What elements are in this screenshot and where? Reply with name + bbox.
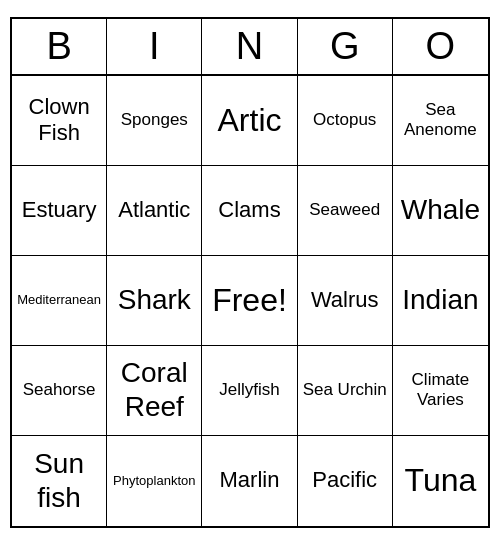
- bingo-cell-1-2: Clams: [202, 166, 297, 256]
- cell-text: Pacific: [312, 467, 377, 493]
- bingo-cell-2-1: Shark: [107, 256, 202, 346]
- cell-text: Walrus: [311, 287, 379, 313]
- bingo-card: BINGO Clown FishSpongesArticOctopusSea A…: [10, 17, 490, 528]
- bingo-cell-2-4: Indian: [393, 256, 488, 346]
- bingo-cell-2-3: Walrus: [298, 256, 393, 346]
- bingo-grid: Clown FishSpongesArticOctopusSea Anenome…: [12, 76, 488, 526]
- header-letter: B: [12, 19, 107, 74]
- header-letter: N: [202, 19, 297, 74]
- cell-text: Seahorse: [23, 380, 96, 400]
- cell-text: Sea Urchin: [303, 380, 387, 400]
- bingo-cell-1-3: Seaweed: [298, 166, 393, 256]
- header-letter: O: [393, 19, 488, 74]
- bingo-cell-4-1: Phytoplankton: [107, 436, 202, 526]
- bingo-cell-4-3: Pacific: [298, 436, 393, 526]
- bingo-header: BINGO: [12, 19, 488, 76]
- bingo-cell-3-1: Coral Reef: [107, 346, 202, 436]
- bingo-cell-3-3: Sea Urchin: [298, 346, 393, 436]
- cell-text: Artic: [217, 101, 281, 139]
- cell-text: Shark: [118, 283, 191, 317]
- bingo-cell-0-4: Sea Anenome: [393, 76, 488, 166]
- cell-text: Whale: [401, 193, 480, 227]
- bingo-cell-3-2: Jellyfish: [202, 346, 297, 436]
- cell-text: Sea Anenome: [397, 100, 484, 141]
- cell-text: Clams: [218, 197, 280, 223]
- bingo-cell-3-4: Climate Varies: [393, 346, 488, 436]
- bingo-cell-0-3: Octopus: [298, 76, 393, 166]
- cell-text: Jellyfish: [219, 380, 279, 400]
- bingo-cell-1-4: Whale: [393, 166, 488, 256]
- cell-text: Indian: [402, 283, 478, 317]
- cell-text: Marlin: [220, 467, 280, 493]
- header-letter: G: [298, 19, 393, 74]
- bingo-cell-4-2: Marlin: [202, 436, 297, 526]
- bingo-cell-1-0: Estuary: [12, 166, 107, 256]
- bingo-cell-1-1: Atlantic: [107, 166, 202, 256]
- cell-text: Seaweed: [309, 200, 380, 220]
- cell-text: Octopus: [313, 110, 376, 130]
- bingo-cell-4-4: Tuna: [393, 436, 488, 526]
- header-letter: I: [107, 19, 202, 74]
- cell-text: Climate Varies: [397, 370, 484, 411]
- cell-text: Tuna: [405, 461, 477, 499]
- bingo-cell-2-2: Free!: [202, 256, 297, 346]
- cell-text: Phytoplankton: [113, 473, 195, 489]
- bingo-cell-4-0: Sun fish: [12, 436, 107, 526]
- bingo-cell-0-0: Clown Fish: [12, 76, 107, 166]
- cell-text: Mediterranean: [17, 292, 101, 308]
- cell-text: Estuary: [22, 197, 97, 223]
- bingo-cell-3-0: Seahorse: [12, 346, 107, 436]
- cell-text: Coral Reef: [111, 356, 197, 423]
- cell-text: Atlantic: [118, 197, 190, 223]
- cell-text: Free!: [212, 281, 287, 319]
- cell-text: Sun fish: [16, 447, 102, 514]
- cell-text: Sponges: [121, 110, 188, 130]
- cell-text: Clown Fish: [16, 94, 102, 147]
- bingo-cell-0-1: Sponges: [107, 76, 202, 166]
- bingo-cell-0-2: Artic: [202, 76, 297, 166]
- bingo-cell-2-0: Mediterranean: [12, 256, 107, 346]
